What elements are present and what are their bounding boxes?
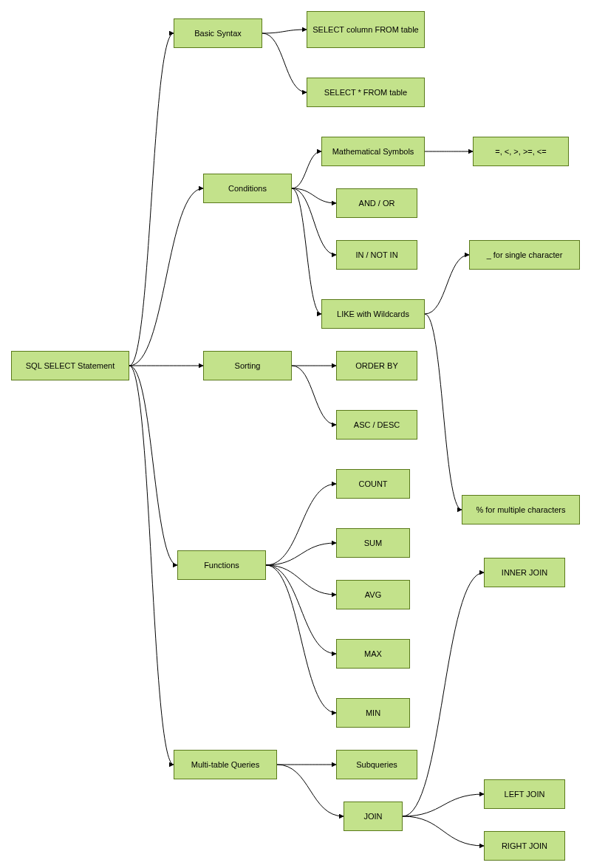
edge-like-wild1 <box>425 255 469 314</box>
node-join: JOIN <box>344 802 403 831</box>
edge-cond-in <box>292 188 336 255</box>
node-max: MAX <box>336 639 410 669</box>
node-root: SQL SELECT Statement <box>11 351 129 380</box>
edge-cond-math <box>292 151 321 188</box>
edge-cond-like <box>292 188 321 314</box>
edge-func-count <box>266 484 336 565</box>
node-rightj: RIGHT JOIN <box>484 831 565 861</box>
node-math: Mathematical Symbols <box>321 137 425 166</box>
node-andor: AND / OR <box>336 188 417 218</box>
edge-basic-selstar <box>262 33 307 92</box>
node-basic: Basic Syntax <box>174 18 262 48</box>
node-cond: Conditions <box>203 174 292 203</box>
node-selcol: SELECT column FROM table <box>307 11 425 48</box>
node-multi: Multi-table Queries <box>174 750 277 779</box>
edge-sort-ascdesc <box>292 366 336 425</box>
node-avg: AVG <box>336 580 410 609</box>
node-min: MIN <box>336 698 410 728</box>
node-subq: Subqueries <box>336 750 417 779</box>
node-like: LIKE with Wildcards <box>321 299 425 329</box>
edge-root-func <box>129 366 177 565</box>
node-func: Functions <box>177 550 266 580</box>
edge-root-cond <box>129 188 203 366</box>
node-inner: INNER JOIN <box>484 558 565 587</box>
edge-join-leftj <box>403 794 484 816</box>
node-mathsym: =, <, >, >=, <= <box>473 137 569 166</box>
edge-root-basic <box>129 33 174 366</box>
node-ascdesc: ASC / DESC <box>336 410 417 440</box>
node-selstar: SELECT * FROM table <box>307 78 425 107</box>
edge-cond-andor <box>292 188 336 203</box>
edge-basic-selcol <box>262 30 307 33</box>
edge-func-sum <box>266 543 336 565</box>
edge-func-min <box>266 565 336 713</box>
edge-func-avg <box>266 565 336 595</box>
node-orderby: ORDER BY <box>336 351 417 380</box>
edge-root-multi <box>129 366 174 765</box>
node-sum: SUM <box>336 528 410 558</box>
node-sort: Sorting <box>203 351 292 380</box>
node-leftj: LEFT JOIN <box>484 779 565 809</box>
node-in: IN / NOT IN <box>336 240 417 270</box>
edge-like-wild2 <box>425 314 462 510</box>
edge-multi-join <box>277 765 344 816</box>
node-wild1: _ for single character <box>469 240 580 270</box>
diagram-edges <box>0 0 591 868</box>
edge-join-rightj <box>403 816 484 846</box>
node-count: COUNT <box>336 469 410 499</box>
edge-func-max <box>266 565 336 654</box>
edge-join-inner <box>403 573 484 816</box>
node-wild2: % for multiple characters <box>462 495 580 524</box>
